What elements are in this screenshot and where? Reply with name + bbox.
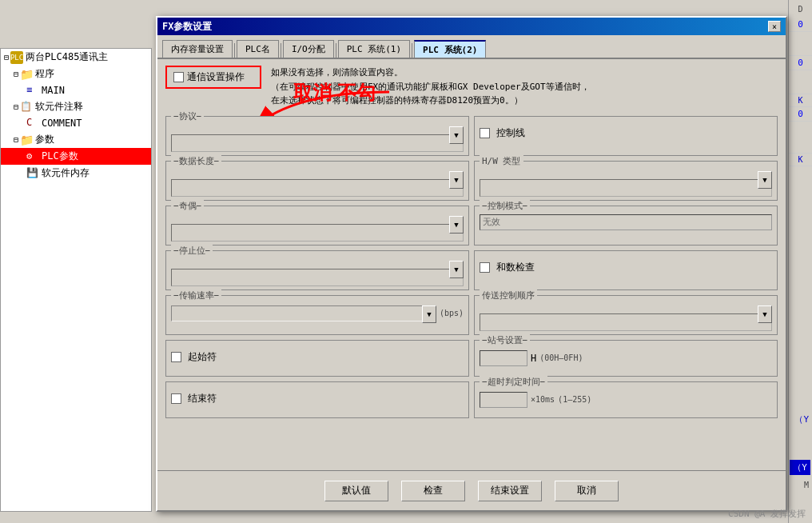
timeout-group: −超时判定时间− ×10ms (1—255)	[474, 381, 778, 418]
cancel-button[interactable]: 取消	[555, 481, 619, 501]
hw-type-dropdown-arrow[interactable]: ▼	[758, 171, 772, 189]
plc-icon: PLC	[10, 51, 23, 64]
right-k-2: K	[789, 154, 812, 166]
hw-type-select-wrapper: ▼	[480, 171, 772, 197]
plc-params-icon: ⚙	[26, 150, 39, 163]
baud-rate-select[interactable]	[171, 305, 436, 321]
tab-memory[interactable]: 内存容量设置	[162, 40, 233, 58]
comm-checkbox[interactable]	[173, 72, 184, 82]
stop-bit-label: −停止位−	[171, 245, 213, 257]
protocol-dropdown-arrow[interactable]: ▼	[449, 126, 464, 144]
hw-type-select[interactable]	[480, 179, 772, 197]
control-mode-input	[480, 214, 772, 230]
station-range-label: (00H—0FH)	[539, 353, 583, 362]
protocol-label: −协议−	[171, 110, 204, 122]
close-button[interactable]: ×	[768, 21, 781, 32]
baud-rate-dropdown-arrow[interactable]: ▼	[422, 305, 436, 323]
parity-select[interactable]	[171, 224, 464, 242]
stop-bit-select[interactable]	[171, 269, 464, 286]
tree-comment[interactable]: C COMMENT	[1, 115, 151, 131]
right-m: M	[802, 479, 810, 491]
tree-plc-params-label: PLC参数	[42, 150, 78, 163]
transfer-control-group: 传送控制顺序 ▼	[474, 295, 778, 335]
right-d-label: D	[789, 0, 812, 18]
tree-memory-label: 软元件内存	[42, 166, 90, 180]
baud-rate-group: −传输速率− ▼ (bps)	[165, 295, 469, 335]
sum-check-checkbox[interactable]	[480, 262, 490, 273]
watermark: CSDN @A 发挥发挥	[728, 508, 806, 520]
end-setup-button[interactable]: 结束设置	[478, 481, 542, 501]
control-mode-group: −控制模式−	[474, 206, 778, 246]
sum-check-group: 和数检查	[474, 250, 778, 290]
modal-dialog: FX参数设置 × 内存容量设置 PLC名 I/O分配 PLC 系统(1) PLC…	[156, 16, 787, 512]
parity-select-wrapper: ▼	[171, 216, 464, 242]
transfer-control-select[interactable]	[480, 313, 772, 331]
tree-component-comment[interactable]: ⊟ 📋 软元件注释	[1, 98, 151, 115]
tree-program-label: 程序	[35, 67, 54, 81]
comm-setting-label: 通信设置操作	[187, 70, 245, 84]
start-char-group: 起始符	[165, 340, 469, 377]
comment-icon: C	[26, 117, 39, 130]
timeout-unit-label: ×10ms	[531, 395, 555, 404]
tab-plc-name[interactable]: PLC名	[237, 40, 279, 58]
tree-main[interactable]: ≡ MAIN	[1, 82, 151, 98]
station-input[interactable]	[480, 350, 527, 366]
protocol-select[interactable]	[171, 134, 464, 152]
station-label: −站号设置−	[480, 334, 530, 346]
ladder-icon: ≡	[26, 84, 39, 97]
control-line-checkbox[interactable]	[480, 128, 490, 138]
tab-io[interactable]: I/O分配	[283, 40, 334, 58]
tree-params[interactable]: ⊟ 📁 参数	[1, 131, 151, 148]
expand-icon-program: ⊟	[14, 70, 18, 78]
tree-params-label: 参数	[35, 133, 54, 146]
end-char-checkbox[interactable]	[171, 393, 181, 404]
stop-bit-dropdown-arrow[interactable]: ▼	[449, 261, 464, 278]
check-button[interactable]: 检查	[401, 481, 465, 501]
data-length-dropdown-arrow[interactable]: ▼	[449, 171, 464, 189]
timeout-label: −超时判定时间−	[480, 376, 547, 388]
baud-unit: (bps)	[440, 309, 464, 317]
modal-body: 通信设置操作 如果没有选择，则清除设置内容。 （在可编程控制器中使用FX的通讯功…	[157, 59, 786, 476]
comm-setting-button[interactable]: 通信设置操作	[165, 66, 261, 89]
folder-icon: 📁	[20, 68, 33, 81]
hw-type-label: H/W 类型	[480, 155, 523, 167]
timeout-range-label: (1—255)	[558, 395, 591, 404]
right-value-3: 0	[789, 107, 812, 122]
default-button[interactable]: 默认值	[324, 481, 388, 501]
tab-bar: 内存容量设置 PLC名 I/O分配 PLC 系统(1) PLC 系统(2)	[157, 35, 786, 59]
memory-icon: 💾	[26, 167, 39, 180]
tree-plc-params[interactable]: ⚙ PLC参数	[1, 148, 151, 165]
station-group: −站号设置− H (00H—0FH)	[474, 340, 778, 377]
data-length-select[interactable]	[171, 179, 464, 197]
timeout-input[interactable]	[480, 392, 527, 408]
start-char-row: 起始符	[171, 350, 464, 364]
component-icon: 📋	[20, 101, 33, 114]
right-value-1: 0	[789, 18, 812, 32]
expand-icon-comment: ⊟	[14, 102, 18, 111]
start-char-label: 起始符	[188, 350, 217, 364]
tree-root[interactable]: ⊟ PLC 两台PLC485通讯主	[1, 49, 151, 66]
data-length-label: −数据长度−	[171, 155, 221, 167]
end-char-row: 结束符	[171, 392, 464, 405]
tree-component-memory[interactable]: 💾 软元件内存	[1, 165, 151, 182]
tree-component-label: 软元件注释	[35, 100, 83, 114]
transfer-control-label: 传送控制顺序	[480, 289, 537, 301]
parity-dropdown-arrow[interactable]: ▼	[449, 216, 464, 234]
start-char-checkbox[interactable]	[171, 352, 181, 362]
modal-footer: 默认值 检查 结束设置 取消	[157, 470, 786, 510]
control-line-group: 控制线	[474, 116, 778, 156]
tab-sys2[interactable]: PLC 系统(2)	[414, 40, 486, 58]
modal-titlebar: FX参数设置 ×	[157, 18, 786, 35]
tab-sys1[interactable]: PLC 系统(1)	[338, 40, 410, 58]
control-mode-label: −控制模式−	[480, 200, 530, 212]
end-char-group: 结束符	[165, 381, 469, 418]
control-line-label: 控制线	[496, 126, 525, 140]
expand-icon-params: ⊟	[14, 135, 18, 144]
tree-program[interactable]: ⊟ 📁 程序	[1, 66, 151, 82]
data-length-select-wrapper: ▼	[171, 171, 464, 197]
right-yu-active: （Y	[790, 460, 810, 475]
form-area: −协议− ▼ −数据长度− ▼ −奇偶−	[165, 116, 778, 472]
hw-type-group: H/W 类型 ▼	[474, 161, 778, 201]
baud-rate-label: −传输速率−	[171, 289, 221, 301]
transfer-control-dropdown-arrow[interactable]: ▼	[758, 305, 772, 323]
